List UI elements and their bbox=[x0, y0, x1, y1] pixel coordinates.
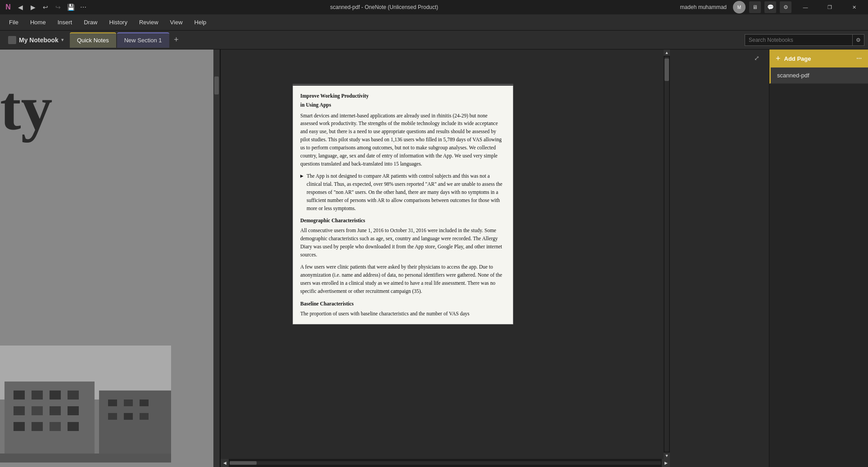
right-panel-page-list: + Add Page ⋯ scanned-pdf bbox=[769, 49, 868, 467]
menubar: File Home Insert Draw History Review Vie… bbox=[0, 14, 868, 31]
svg-rect-18 bbox=[140, 400, 149, 406]
svg-rect-6 bbox=[50, 391, 61, 400]
menu-file[interactable]: File bbox=[4, 17, 24, 27]
notebook-icon bbox=[8, 36, 16, 44]
doc-section-demographic: Demographic Characteristics bbox=[300, 217, 506, 225]
svg-rect-8 bbox=[14, 406, 25, 415]
titlebar-right: madeh muhammad M 🖥 💬 ⚙ — ❐ ✕ bbox=[680, 0, 864, 14]
left-panel-scrollbar bbox=[213, 49, 220, 467]
menu-insert[interactable]: Insert bbox=[52, 17, 78, 27]
doc-paragraph-3: All consecutive users from June 1, 2016 … bbox=[300, 227, 506, 259]
bottom-scrollbar: ◀ ▶ bbox=[221, 459, 670, 467]
doc-paragraph-2-wrapper: ▶ The App is not designed to compare AR … bbox=[300, 172, 506, 212]
bullet-arrow-icon: ▶ bbox=[300, 173, 303, 180]
svg-rect-19 bbox=[108, 413, 117, 420]
search-settings-icon[interactable]: ⚙ bbox=[853, 34, 864, 46]
svg-rect-16 bbox=[108, 400, 117, 406]
svg-rect-15 bbox=[68, 422, 79, 431]
monitor-icon[interactable]: 🖥 bbox=[749, 1, 761, 13]
notebook-name: My Notebook bbox=[19, 36, 59, 44]
settings-icon[interactable]: ⚙ bbox=[780, 1, 791, 13]
window-title: scanned-pdf - OneNote (Unlicensed Produc… bbox=[88, 4, 680, 10]
left-scrollbar-thumb[interactable] bbox=[214, 76, 219, 94]
doc-paragraph-5: The proportion of users with baseline ch… bbox=[300, 310, 506, 318]
search-notebooks-container: ⚙ bbox=[745, 34, 864, 46]
main-layout: ty bbox=[0, 49, 868, 467]
titlebar-left: N ◀ ▶ ↩ ↪ 💾 ⋯ bbox=[4, 2, 88, 12]
left-panel-document-preview: ty bbox=[0, 49, 221, 467]
center-vscrollbar: ▲ ▼ bbox=[664, 49, 670, 459]
svg-rect-14 bbox=[50, 422, 61, 431]
user-avatar[interactable]: M bbox=[733, 1, 746, 13]
notebookbar: My Notebook ▾ Quick Notes New Section 1 … bbox=[0, 31, 868, 49]
svg-rect-12 bbox=[14, 422, 25, 431]
large-text-display: ty bbox=[0, 76, 53, 139]
center-panel: ⤢ Improve Working Productivity in Using … bbox=[221, 49, 769, 467]
tab-quick-notes[interactable]: Quick Notes bbox=[70, 32, 116, 48]
notebook-selector[interactable]: My Notebook ▾ bbox=[4, 34, 68, 46]
more-options-button[interactable]: ⋯ bbox=[78, 2, 88, 12]
hscroll-track bbox=[230, 461, 661, 465]
restore-button[interactable]: ❐ bbox=[819, 0, 840, 14]
menu-review[interactable]: Review bbox=[134, 17, 164, 27]
back-button[interactable]: ◀ bbox=[15, 2, 25, 12]
menu-draw[interactable]: Draw bbox=[78, 17, 103, 27]
doc-title: Improve Working Productivity bbox=[300, 92, 506, 100]
doc-paragraph-4: A few users were clinic patients that we… bbox=[300, 263, 506, 295]
doc-section-baseline: Baseline Characteristics bbox=[300, 300, 506, 308]
scroll-down-button[interactable]: ▼ bbox=[664, 453, 670, 459]
svg-rect-22 bbox=[0, 454, 171, 463]
svg-rect-17 bbox=[124, 400, 133, 406]
svg-rect-21 bbox=[140, 413, 149, 420]
doc-paragraph-1: Smart devices and internet-based applica… bbox=[300, 112, 506, 168]
menu-help[interactable]: Help bbox=[189, 17, 212, 27]
scroll-right-button[interactable]: ▶ bbox=[662, 459, 670, 467]
menu-view[interactable]: View bbox=[165, 17, 188, 27]
doc-paragraph-2: The App is not designed to compare AR pa… bbox=[307, 173, 502, 211]
gear-icon: ⚙ bbox=[856, 37, 861, 43]
doc-top-border bbox=[293, 84, 513, 85]
svg-rect-11 bbox=[68, 406, 79, 415]
titlebar: N ◀ ▶ ↩ ↪ 💾 ⋯ scanned-pdf - OneNote (Unl… bbox=[0, 0, 868, 14]
minimize-button[interactable]: — bbox=[795, 0, 816, 14]
add-section-button[interactable]: + bbox=[170, 34, 183, 46]
close-button[interactable]: ✕ bbox=[844, 0, 864, 14]
add-page-button[interactable]: + Add Page ⋯ bbox=[769, 49, 868, 67]
search-notebooks-input[interactable] bbox=[745, 34, 853, 46]
menu-home[interactable]: Home bbox=[25, 17, 51, 27]
svg-rect-13 bbox=[32, 422, 43, 431]
vscroll-thumb[interactable] bbox=[665, 58, 669, 81]
add-page-options-icon[interactable]: ⋯ bbox=[856, 55, 862, 62]
expand-icon[interactable]: ⤢ bbox=[752, 53, 762, 63]
tab-new-section-1[interactable]: New Section 1 bbox=[117, 32, 169, 48]
username-label: madeh muhammad bbox=[680, 4, 727, 10]
scroll-up-button[interactable]: ▲ bbox=[664, 49, 670, 56]
add-page-label: Add Page bbox=[784, 55, 811, 62]
svg-rect-9 bbox=[32, 406, 43, 415]
chat-icon[interactable]: 💬 bbox=[764, 1, 776, 13]
vscroll-track bbox=[665, 57, 669, 452]
forward-button[interactable]: ▶ bbox=[28, 2, 38, 12]
scroll-left-button[interactable]: ◀ bbox=[221, 459, 229, 467]
undo-button[interactable]: ↩ bbox=[41, 2, 50, 12]
notebook-chevron-icon: ▾ bbox=[61, 37, 63, 42]
svg-rect-4 bbox=[14, 391, 25, 400]
onenote-logo-icon: N bbox=[4, 3, 13, 12]
doc-subtitle: in Using Apps bbox=[300, 101, 506, 109]
svg-rect-20 bbox=[124, 413, 133, 420]
redo-button[interactable]: ↪ bbox=[53, 2, 63, 12]
plus-icon: + bbox=[776, 54, 781, 63]
svg-rect-5 bbox=[32, 391, 43, 400]
building-image bbox=[0, 346, 171, 463]
doc-content-box[interactable]: Improve Working Productivity in Using Ap… bbox=[293, 85, 513, 324]
save-button[interactable]: 💾 bbox=[66, 2, 76, 12]
page-item-scanned-pdf[interactable]: scanned-pdf bbox=[769, 67, 868, 84]
svg-rect-10 bbox=[50, 406, 61, 415]
document-preview: ty bbox=[0, 49, 220, 467]
hscroll-thumb[interactable] bbox=[230, 461, 257, 465]
svg-rect-7 bbox=[68, 391, 79, 400]
menu-history[interactable]: History bbox=[104, 17, 133, 27]
